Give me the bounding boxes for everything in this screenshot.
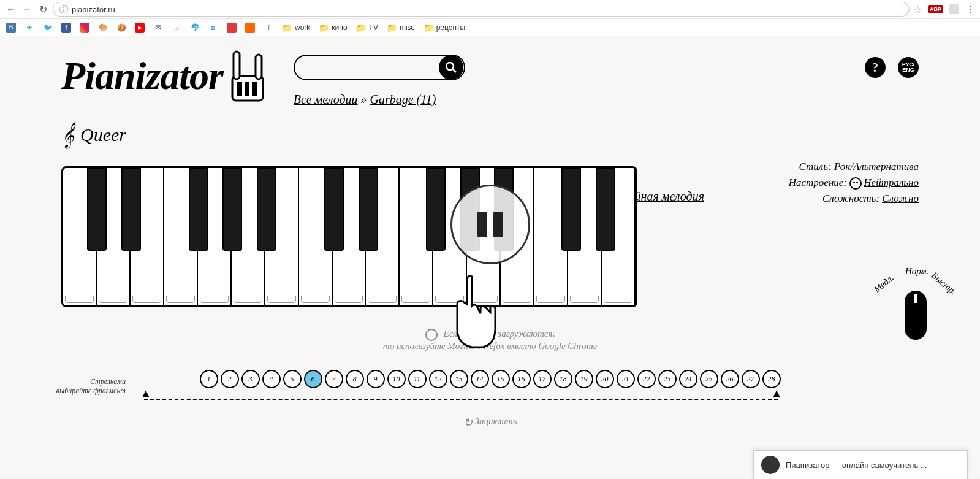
fragment-button[interactable]: 15 [492,370,510,388]
bookmark-item[interactable]: 🐬 [190,23,200,33]
fragment-button[interactable]: 3 [241,370,260,388]
black-key[interactable] [222,168,242,251]
help-button[interactable]: ? [865,57,886,78]
bookmark-item[interactable]: ⫴ [264,23,273,33]
fragment-button[interactable]: 14 [471,370,489,388]
bookmark-item[interactable]: 🍪 [116,23,126,33]
fragment-button[interactable]: 4 [262,370,281,388]
fragment-button[interactable]: 21 [617,370,635,388]
fragment-button[interactable]: 13 [450,370,468,388]
browser-chrome: ← → ↻ i pianizator.ru ☆ ABP ⋮ B ✈ 🐦 f 🎨 … [0,0,980,36]
bookmark-vk[interactable]: B [6,23,16,33]
svg-rect-5 [252,82,257,96]
search-input[interactable] [295,62,439,73]
tempo-slow-label: Медл. [872,272,896,294]
black-key[interactable] [359,168,378,251]
bookmark-item[interactable] [227,23,237,33]
fragment-button[interactable]: 1 [200,370,218,388]
bookmark-facebook[interactable]: f [61,23,71,33]
url-bar[interactable]: i pianizator.ru [53,2,910,17]
bookmark-youtube[interactable]: ▶ [135,23,145,33]
logo[interactable]: Pianizator [61,48,269,104]
tempo-control: Медл. Норм. Быстр. [876,269,955,340]
black-key[interactable] [324,168,344,251]
firefox-icon [425,329,438,341]
bookmark-item[interactable] [245,23,255,33]
svg-rect-4 [245,82,249,96]
bookmark-folder-recipes[interactable]: 📁рецепты [424,23,465,33]
floating-widget[interactable]: Пианизатор — онлайн самоучитель ... [753,450,968,478]
pause-icon [477,212,487,237]
fragment-button[interactable]: 26 [721,370,739,388]
browser-toolbar: ← → ↻ i pianizator.ru ☆ ABP ⋮ [0,0,980,18]
back-button[interactable]: ← [5,3,17,15]
fragment-button[interactable]: 22 [637,370,656,388]
bookmark-dropbox[interactable]: ⧈ [208,23,218,33]
fragment-button[interactable]: 28 [762,370,781,388]
bookmark-folder-work[interactable]: 📁work [282,23,310,33]
forward-button[interactable]: → [21,3,33,15]
black-key[interactable] [189,168,208,251]
fragment-button[interactable]: 10 [387,370,406,388]
svg-rect-2 [256,55,262,79]
language-toggle-button[interactable]: РУС/ ENG [898,57,919,78]
bookmark-star-icon[interactable]: ☆ [913,4,922,15]
fragment-button[interactable]: 24 [679,370,697,388]
abp-extension-icon[interactable]: ABP [928,5,943,13]
fragment-button[interactable]: 23 [658,370,677,388]
black-key[interactable] [596,168,615,251]
page-content: Pianizator ? РУС/ ENG [0,36,980,478]
fragment-button[interactable]: 18 [554,370,572,388]
bookmark-folder-kino[interactable]: 📁кино [319,23,347,33]
fragment-selector: Стрелками выбирайте фрагмент 12345678910… [61,370,919,410]
fragment-button[interactable]: 19 [575,370,593,388]
bookmarks-bar: B ✈ 🐦 f 🎨 🍪 ▶ ✉ ♪ 🐬 ⧈ ⫴ 📁work 📁кино 📁TV … [0,18,980,36]
fragment-button[interactable]: 27 [742,370,760,388]
fragment-button[interactable]: 12 [429,370,447,388]
url-text: pianizator.ru [72,5,115,14]
fragment-button[interactable]: 7 [325,370,343,388]
black-key[interactable] [561,168,581,251]
black-key[interactable] [257,168,276,251]
reload-button[interactable]: ↻ [37,3,49,15]
bookmark-folder-misc[interactable]: 📁misc [387,23,415,33]
fragment-button[interactable]: 16 [512,370,531,388]
search-button[interactable] [439,55,463,80]
tempo-knob[interactable] [905,291,927,340]
menu-dots-icon[interactable]: ⋮ [965,4,975,15]
black-key[interactable] [426,168,446,251]
fragment-button[interactable]: 6 [304,370,322,388]
chrome-action-icons: ☆ ABP ⋮ [913,4,975,15]
breadcrumb: Все мелодии » Garbage (11) [294,93,919,107]
black-key[interactable] [121,168,141,251]
bookmark-item[interactable]: ✉ [153,23,163,33]
fragment-range-indicator: ▲ ▲ [61,391,919,410]
tempo-norm-label: Норм. [905,266,929,277]
bookmark-twitter[interactable]: 🐦 [43,23,53,33]
bookmark-item[interactable]: ♪ [172,23,181,33]
breadcrumb-artist[interactable]: Garbage (11) [370,93,436,106]
bookmark-instagram[interactable] [80,23,89,33]
svg-rect-1 [234,52,240,79]
bookmark-telegram[interactable]: ✈ [25,23,34,33]
fragment-button[interactable]: 2 [221,370,239,388]
piano-wrap [61,166,919,307]
fragment-button[interactable]: 17 [533,370,552,388]
fragment-button[interactable]: 11 [408,370,427,388]
pause-button[interactable] [450,185,530,264]
widget-avatar-icon [761,456,780,474]
breadcrumb-all-melodies[interactable]: Все мелодии [294,93,358,106]
fragment-button[interactable]: 25 [700,370,718,388]
fragment-button[interactable]: 8 [346,370,364,388]
loop-button[interactable]: ↻Зациклить [61,416,919,429]
rock-hand-icon [226,48,269,104]
bookmark-item[interactable]: 🎨 [98,23,108,33]
fragment-button[interactable]: 9 [367,370,385,388]
extension-icon[interactable] [949,4,959,14]
fragment-button[interactable]: 20 [596,370,614,388]
site-info-icon[interactable]: i [59,5,68,13]
bookmark-folder-tv[interactable]: 📁TV [356,23,378,33]
black-key[interactable] [87,168,107,251]
search-icon [445,61,457,74]
fragment-button[interactable]: 5 [283,370,302,388]
